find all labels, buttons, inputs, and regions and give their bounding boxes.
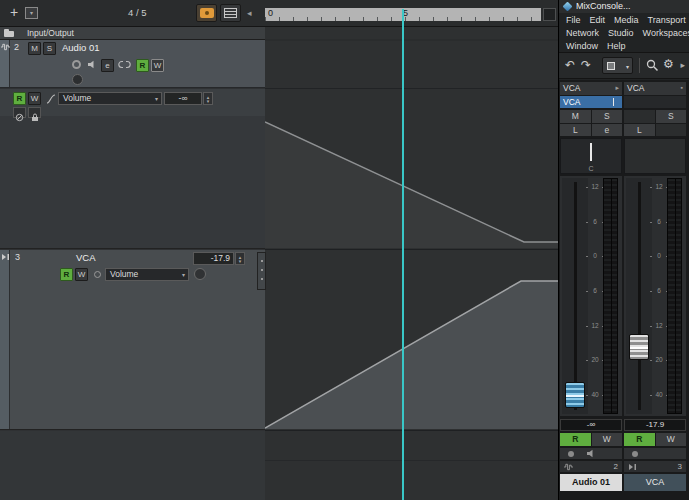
menu-network[interactable]: Network [566, 28, 599, 38]
lane-resize-handle[interactable] [257, 252, 266, 290]
track-circle-button[interactable] [194, 268, 206, 280]
monitor-row [560, 448, 622, 459]
scale-mark: 0 [589, 253, 601, 259]
menu-window[interactable]: Window [566, 41, 598, 51]
automation-lane-volume[interactable]: R W Volume ▾ -∞ ▴ ▾ [0, 89, 265, 249]
write-button[interactable]: W [592, 433, 623, 446]
redo-icon[interactable]: ↷ [581, 58, 591, 72]
write-button[interactable]: W [151, 59, 164, 72]
value-spinner[interactable]: ▴ ▾ [235, 252, 245, 265]
mute-button[interactable] [624, 110, 655, 123]
io-folder-label: Input/Output [27, 28, 74, 38]
fader-track[interactable] [626, 178, 652, 414]
io-folder-track[interactable]: Input/Output [0, 27, 265, 40]
value-spinner[interactable]: ▴ ▾ [203, 92, 213, 105]
event-display[interactable] [265, 27, 558, 500]
write-button[interactable]: W [75, 268, 88, 281]
fader-value-field[interactable]: -∞ [560, 419, 622, 431]
menu-bar-row-2: Network Studio Workspaces [559, 26, 689, 39]
fader-scale: 12 6 0 6 12 20 40 [589, 184, 601, 398]
channel-number: 2 [614, 461, 618, 472]
mute-button[interactable]: M [28, 42, 41, 55]
solo-button[interactable]: S [592, 110, 623, 123]
monitor-dot-icon[interactable] [632, 451, 638, 457]
vca-value-field[interactable]: -17.9 [193, 252, 234, 265]
menu-file[interactable]: File [566, 15, 581, 25]
racks-button[interactable]: ▾ [602, 57, 633, 74]
vca-name-field[interactable]: VCA [560, 96, 622, 108]
read-write-row: R W [560, 433, 622, 446]
read-button[interactable]: R [136, 59, 149, 72]
fader-handle[interactable] [629, 334, 649, 360]
lock-icon[interactable] [28, 107, 41, 118]
link-button[interactable]: L [560, 124, 591, 136]
scale-mark: 40 [653, 392, 665, 398]
menu-workspaces[interactable]: Workspaces [643, 28, 689, 38]
vca-rack-cell[interactable]: VCA ▸ [560, 82, 622, 95]
fader-handle[interactable] [565, 382, 585, 408]
solo-button[interactable]: S [43, 42, 56, 55]
link-button[interactable]: L [624, 124, 655, 136]
rack-marker-icon: ▸ [615, 84, 619, 92]
track-list-settings-icon[interactable] [220, 4, 241, 22]
link-edit-row: L e [560, 124, 622, 136]
ruler-options-button[interactable] [543, 8, 556, 21]
menu-media[interactable]: Media [614, 15, 639, 25]
edit-channel-button[interactable]: e [592, 124, 623, 136]
track-vca[interactable]: 3 VCA -17.9 ▴ ▾ R W Volume ▾ [0, 250, 265, 430]
menu-transport[interactable]: Transport [648, 15, 686, 25]
automation-parameter-select[interactable]: Volume ▾ [58, 92, 162, 105]
fader-value-field[interactable]: -17.9 [624, 419, 686, 431]
gear-icon[interactable]: ⚙ [663, 57, 674, 71]
write-button[interactable]: W [656, 433, 687, 446]
read-button[interactable]: R [13, 92, 26, 105]
curve-icon [46, 94, 56, 104]
automation-link-icon[interactable] [118, 60, 131, 69]
spin-down-icon[interactable]: ▾ [239, 259, 242, 263]
chevron-left-icon[interactable]: ◂ [247, 8, 252, 18]
fader-value: -∞ [561, 420, 621, 429]
scale-mark: 40 [589, 392, 601, 398]
edit-channel-button[interactable] [656, 124, 687, 136]
vca-parameter-select[interactable]: Volume ▾ [105, 268, 189, 281]
monitor-icon[interactable] [87, 60, 97, 69]
fader-track[interactable] [562, 178, 588, 414]
channel-name[interactable]: Audio 01 [560, 474, 622, 491]
menu-help[interactable]: Help [607, 41, 626, 51]
spin-down-icon[interactable]: ▾ [207, 99, 210, 103]
bypass-icon[interactable] [13, 107, 26, 118]
menu-studio[interactable]: Studio [608, 28, 634, 38]
edit-channel-button[interactable]: e [101, 59, 114, 72]
read-button[interactable]: R [60, 268, 73, 281]
read-button[interactable]: R [560, 433, 591, 446]
track-preset-icon[interactable]: ▾ [25, 7, 38, 19]
record-enable-icon[interactable] [72, 60, 81, 69]
search-icon[interactable] [646, 59, 659, 72]
fader-section: 12 6 0 6 12 20 40 [560, 176, 622, 416]
channel-name[interactable]: VCA [624, 474, 686, 491]
solo-button[interactable]: S [656, 110, 687, 123]
mute-button[interactable]: M [560, 110, 591, 123]
undo-icon[interactable]: ↶ [565, 58, 575, 72]
camera-icon[interactable] [196, 4, 217, 22]
track-audio-01[interactable]: 2 M S Audio 01 e R W [0, 40, 265, 88]
monitor-icon[interactable] [586, 449, 596, 458]
pan-control[interactable]: C [560, 138, 622, 174]
write-button[interactable]: W [28, 92, 41, 105]
menu-edit[interactable]: Edit [590, 15, 606, 25]
automation-value-field[interactable]: -∞ [164, 92, 202, 105]
steinberg-logo-icon [563, 2, 573, 12]
expand-icon[interactable]: ▸ [680, 60, 685, 70]
track-name[interactable]: Audio 01 [62, 42, 100, 53]
record-enable-icon[interactable] [568, 451, 574, 457]
playhead-cursor[interactable] [402, 9, 404, 500]
read-button[interactable]: R [624, 433, 655, 446]
small-circle-icon[interactable] [94, 271, 101, 278]
add-track-icon[interactable]: + [6, 4, 22, 21]
pan-indicator [590, 143, 592, 161]
mixconsole-title-bar[interactable]: MixConsole... [559, 0, 689, 13]
vca-name-field[interactable] [624, 96, 686, 108]
vca-rack-cell[interactable]: VCA ▪ [624, 82, 686, 95]
track-name[interactable]: VCA [76, 252, 96, 263]
track-circle-button[interactable] [72, 74, 83, 85]
